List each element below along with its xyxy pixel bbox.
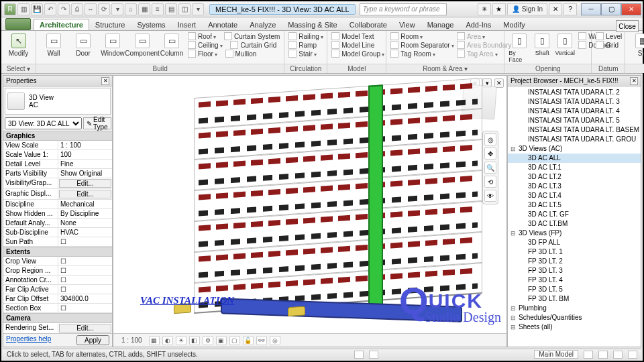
tab-view[interactable]: View: [393, 19, 421, 30]
view-scale[interactable]: 1 : 100: [117, 337, 146, 344]
prop-row[interactable]: DisciplineMechanical: [3, 200, 112, 209]
reveal-icon[interactable]: ◎: [270, 336, 280, 345]
prop-row[interactable]: Graphic Displ...Edit...: [3, 189, 112, 200]
room-separator-button[interactable]: Room Separator: [390, 41, 454, 49]
undo-icon[interactable]: ↶: [44, 3, 56, 15]
prop-row[interactable]: View Scale1 : 100: [3, 141, 112, 150]
set-workplane-button[interactable]: ▦Set: [629, 32, 644, 57]
prop-row[interactable]: Crop View☐: [3, 257, 112, 266]
maximize-button[interactable]: ▢: [601, 3, 621, 15]
build-row[interactable]: Floor Mullion: [188, 50, 280, 58]
tree-node[interactable]: 3D FP ALL: [508, 238, 641, 247]
tree-node[interactable]: 3D AC LT.1: [508, 163, 641, 172]
favorites-icon[interactable]: ★: [492, 3, 506, 15]
tree-node[interactable]: 3D AC LT.3: [508, 182, 641, 191]
tree-node[interactable]: FP 3D LT. 4: [508, 276, 641, 285]
render-icon[interactable]: ⚙: [203, 336, 213, 345]
prop-row[interactable]: Default Analy...None: [3, 219, 112, 228]
tab-massing-site[interactable]: Massing & Site: [282, 19, 343, 30]
pan-icon[interactable]: ✥: [484, 147, 496, 160]
section-icon[interactable]: ▦: [138, 3, 150, 15]
group-room-label[interactable]: Room & Area ▾: [386, 64, 504, 73]
properties-help-link[interactable]: Properties help: [6, 335, 51, 345]
tab-modify[interactable]: Modify: [497, 19, 531, 30]
stair-button[interactable]: Stair: [288, 50, 323, 58]
tree-node[interactable]: 3D AC LT.BM: [508, 219, 641, 229]
save-icon[interactable]: 💾: [31, 3, 43, 15]
tree-node[interactable]: 3D AC LT.4: [508, 191, 641, 200]
crop-icon[interactable]: ▣: [216, 336, 227, 345]
model-group-button[interactable]: Model Group: [331, 50, 384, 58]
prop-row[interactable]: Rendering Set...Edit...: [3, 323, 112, 333]
crop-show-icon[interactable]: ▢: [229, 336, 240, 345]
tab-add-ins[interactable]: Add-Ins: [460, 19, 497, 30]
orbit-icon[interactable]: ⟲: [484, 176, 496, 188]
column-button[interactable]: ▭Column: [158, 32, 185, 57]
tree-node[interactable]: FP 3D LT. 3: [508, 266, 641, 276]
tree-node[interactable]: FP 3D LT. 2: [508, 257, 641, 266]
browser-tree[interactable]: INSTALASI TATA UDARA LT. 2INSTALASI TATA…: [508, 86, 641, 347]
door-button[interactable]: ▭Door: [70, 32, 97, 57]
filter-icon[interactable]: [628, 351, 637, 359]
wheel-icon[interactable]: ◎: [484, 133, 496, 145]
editable-only-icon[interactable]: [369, 351, 378, 359]
wall-button[interactable]: ▭Wall: [40, 32, 67, 57]
group-select-label[interactable]: Select ▾: [1, 64, 36, 73]
prop-row[interactable]: Annotation Cr...☐: [3, 276, 112, 285]
tree-node[interactable]: 3D AC LT. GF: [508, 210, 641, 219]
tree-node[interactable]: Schedules/Quantities: [508, 313, 641, 322]
by-face-button[interactable]: ▯By Face: [508, 32, 530, 63]
qat-more-icon[interactable]: ▾: [111, 3, 123, 15]
edit-type-button[interactable]: ✎ Edit Type: [83, 117, 111, 129]
tree-node[interactable]: INSTALASI TATA UDARA LT. BASEM: [508, 125, 641, 135]
exchange-icon[interactable]: ✕: [549, 3, 562, 15]
tree-node[interactable]: INSTALASI TATA UDARA LT. 4: [508, 107, 641, 116]
prop-row[interactable]: Section Box☐: [3, 304, 112, 313]
shaft-button[interactable]: ▯Shaft: [531, 32, 553, 63]
tab-architecture[interactable]: Architecture: [34, 19, 89, 30]
file-tab[interactable]: [5, 18, 31, 30]
grid-button[interactable]: Grid: [596, 41, 622, 49]
tag-room-button[interactable]: Tag Room: [390, 50, 454, 58]
tree-node[interactable]: FP 3D LT. 1: [508, 247, 641, 257]
sunpath-icon[interactable]: ☀: [176, 336, 186, 345]
unlock-icon[interactable]: 🔓: [243, 336, 254, 345]
prop-row[interactable]: Crop Region ...☐: [3, 266, 112, 276]
minimize-button[interactable]: ─: [581, 3, 601, 15]
close-button[interactable]: ✕: [621, 3, 641, 15]
prop-row[interactable]: Parts VisibilityShow Original: [3, 169, 112, 178]
zoom-icon[interactable]: 🔍: [484, 162, 496, 174]
tree-node[interactable]: FP 3D LT. BM: [508, 294, 641, 304]
shadows-icon[interactable]: ◧: [189, 336, 200, 345]
model-line-button[interactable]: Model Line: [331, 41, 384, 49]
prop-row[interactable]: Far Clip Active☐: [3, 285, 112, 294]
vertical-button[interactable]: ▯Vertical: [554, 32, 576, 63]
view-close-button[interactable]: Close: [616, 20, 639, 32]
signin-button[interactable]: 👤Sign In: [507, 3, 547, 15]
type-selector[interactable]: 3D ViewAC: [5, 88, 111, 115]
prop-row[interactable]: Sun Path☐: [3, 237, 112, 247]
tab-structure[interactable]: Structure: [89, 19, 131, 30]
modify-button[interactable]: ↖Modify: [5, 32, 32, 57]
tree-node[interactable]: 3D Views (FP): [508, 229, 641, 238]
select-pinned-icon[interactable]: [613, 351, 623, 359]
search-input[interactable]: Type a keyword or phrase: [360, 3, 447, 15]
level-button[interactable]: Level: [596, 32, 622, 40]
tree-node[interactable]: 3D Views (AC): [508, 144, 641, 154]
qat-dropdown-icon[interactable]: ▾: [192, 3, 204, 15]
home-icon[interactable]: ⌂: [125, 3, 137, 15]
tab-systems[interactable]: Systems: [131, 19, 171, 30]
design-options-icon[interactable]: [584, 351, 593, 359]
tree-node[interactable]: 3D AC LT.5: [508, 200, 641, 210]
tab-analyze[interactable]: Analyze: [244, 19, 282, 30]
measure-icon[interactable]: ↔: [85, 3, 97, 15]
prop-row[interactable]: Visibility/Grap...Edit...: [3, 178, 112, 189]
tree-node[interactable]: INSTALASI TATA UDARA LT. 5: [508, 116, 641, 125]
window-button[interactable]: ▭Window: [99, 32, 126, 57]
tab-annotate[interactable]: Annotate: [202, 19, 244, 30]
browser-close-icon[interactable]: ✕: [630, 77, 638, 85]
tree-node[interactable]: 3D AC LT.2: [508, 172, 641, 182]
thin-lines-icon[interactable]: ≡: [152, 3, 164, 15]
tree-node[interactable]: INSTALASI TATA UDARA LT. GROU: [508, 135, 641, 144]
tree-node[interactable]: INSTALASI TATA UDARA LT. 2: [508, 88, 641, 97]
